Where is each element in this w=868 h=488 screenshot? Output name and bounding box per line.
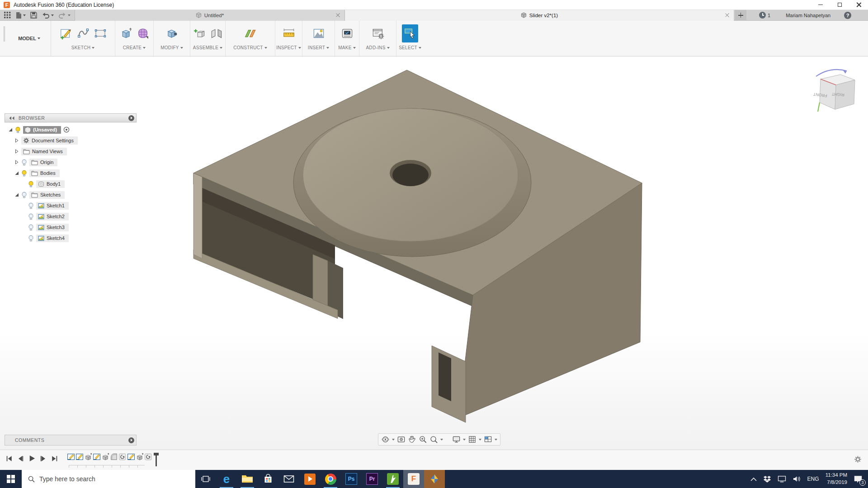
network-icon[interactable] [778,475,786,483]
taskbar-clock[interactable]: 11:34 PM 7/8/2019 [826,472,847,486]
fit-button[interactable] [429,435,443,444]
action-center-button[interactable]: 3 [854,475,863,483]
view-cube[interactable]: FRONT RIGHT [807,65,863,119]
3d-viewport[interactable]: FRONT RIGHT BROWSER (Unsaved) [0,56,868,450]
group-label-sketch[interactable]: SKETCH [71,45,94,50]
3d-print-button[interactable] [339,24,355,42]
browser-item-sketches[interactable]: Sketches [5,189,137,200]
pan-button[interactable] [408,435,416,444]
look-at-button[interactable] [397,435,406,444]
browser-item-named-views[interactable]: Named Views [5,146,137,157]
browser-item-bodies[interactable]: Bodies [5,168,137,178]
taskbar-search[interactable]: Type here to search [22,470,195,488]
panel-options-icon[interactable] [128,437,134,443]
viewports-button[interactable] [484,435,497,444]
timeline-feature-hole[interactable] [118,453,127,461]
go-to-start-button[interactable] [5,455,13,462]
group-label-make[interactable]: MAKE [338,45,356,50]
expander-expanded-icon[interactable] [14,171,19,175]
taskbar-app-mail[interactable] [278,470,299,488]
new-component-button[interactable] [191,24,208,42]
language-indicator[interactable]: ENG [807,476,819,482]
taskbar-app-premiere[interactable]: Pr [362,470,382,488]
visibility-bulb-off-icon[interactable] [28,224,34,231]
group-label-add-ins[interactable]: ADD-INS [366,45,389,50]
group-label-assemble[interactable]: ASSEMBLE [193,45,222,50]
play-button[interactable] [28,455,36,462]
zoom-button[interactable] [419,435,427,444]
step-forward-button[interactable] [40,455,47,462]
create-sketch-button[interactable] [58,24,74,42]
expander-collapsed-icon[interactable] [14,138,19,143]
taskbar-app-photoshop[interactable]: Ps [341,470,362,488]
tab-close-icon[interactable] [725,13,729,17]
group-label-select[interactable]: SELECT [399,45,421,50]
visibility-bulb-on-icon[interactable] [21,170,27,177]
spline-button[interactable] [75,24,91,42]
comments-panel[interactable]: COMMENTS [5,435,137,446]
scripts-add-ins-button[interactable] [370,24,386,42]
measure-button[interactable] [281,24,297,42]
group-label-inspect[interactable]: INSPECT [276,45,301,50]
expander-collapsed-icon[interactable] [14,160,19,164]
insert-image-button[interactable] [311,24,327,42]
user-menu[interactable]: Mariam Nahapetyan [786,13,830,18]
browser-item-sketch4[interactable]: Sketch4 [5,233,137,244]
form-button[interactable] [135,24,151,42]
expander-expanded-icon[interactable] [8,127,13,132]
visibility-bulb-on-icon[interactable] [28,181,34,188]
taskbar-app-sketchbook[interactable] [382,470,403,488]
expander-collapsed-icon[interactable] [14,149,19,154]
press-pull-button[interactable] [164,24,180,42]
browser-item-sketch1[interactable]: Sketch1 [5,200,137,211]
browser-item-sketch2[interactable]: Sketch2 [5,211,137,222]
extrude-button[interactable] [118,24,134,42]
construction-plane-button[interactable] [242,24,259,42]
timeline-ruler[interactable] [69,465,145,468]
panel-options-icon[interactable] [128,115,134,121]
workspace-switcher[interactable]: MODEL [8,21,51,56]
file-menu-button[interactable] [14,11,27,20]
joint-button[interactable] [208,24,225,42]
timeline-feature-sketch[interactable] [75,453,84,461]
group-label-create[interactable]: CREATE [123,45,146,50]
undo-button[interactable] [40,11,55,19]
browser-item-sketch3[interactable]: Sketch3 [5,222,137,233]
browser-item-origin[interactable]: Origin [5,157,137,168]
orbit-button[interactable] [381,435,395,444]
step-back-button[interactable] [17,455,24,462]
browser-header[interactable]: BROWSER [5,113,137,122]
redo-button[interactable] [57,11,72,19]
browser-item-document-settings[interactable]: Document Settings [5,135,137,146]
timeline-feature-fillet[interactable] [110,453,118,461]
timeline-position-marker[interactable] [154,453,159,466]
visibility-bulb-off-icon[interactable] [21,159,27,166]
select-button[interactable] [402,24,418,42]
timeline-feature-sketch[interactable] [93,453,101,461]
grid-snap-button[interactable] [468,435,481,444]
timeline-settings-gear-icon[interactable] [854,455,862,463]
visibility-bulb-off-icon[interactable] [28,235,34,242]
group-label-insert[interactable]: INSERT [308,45,329,50]
timeline-feature-extrude[interactable] [101,453,109,461]
maximize-button[interactable] [830,0,849,9]
timeline-feature-hole[interactable] [144,453,152,461]
close-button[interactable] [849,0,868,9]
apps-grid-button[interactable] [3,11,12,19]
new-tab-button[interactable] [735,10,746,21]
taskbar-app-store[interactable] [258,470,278,488]
expander-expanded-icon[interactable] [14,192,19,197]
visibility-bulb-off-icon[interactable] [28,202,34,209]
group-label-construct[interactable]: CONSTRUCT [233,45,267,50]
go-to-end-button[interactable] [51,455,58,462]
visibility-bulb-on-icon[interactable] [15,127,21,133]
visibility-bulb-off-icon[interactable] [28,213,34,220]
start-button[interactable] [0,470,22,488]
visibility-bulb-off-icon[interactable] [21,192,27,198]
taskbar-app-chrome[interactable] [320,470,341,488]
taskbar-app-edge[interactable]: e [216,470,237,488]
document-tab-slider[interactable]: Slider v2*(1) [345,10,734,21]
display-settings-button[interactable] [452,435,466,444]
timeline-feature-sketch[interactable] [67,453,75,461]
save-button[interactable] [29,11,38,19]
